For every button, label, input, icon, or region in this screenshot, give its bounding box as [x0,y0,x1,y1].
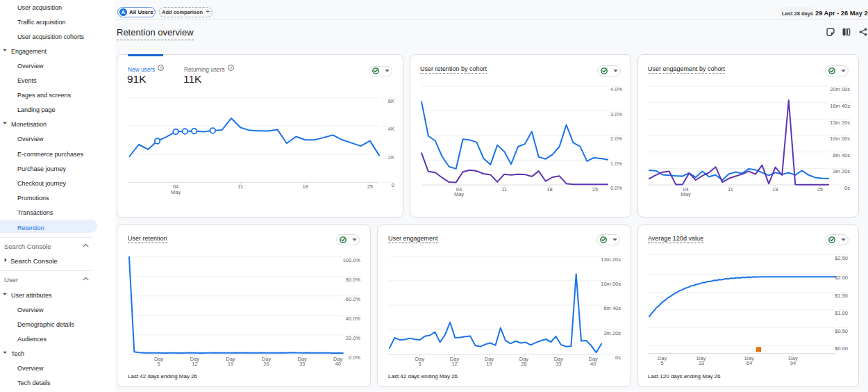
svg-text:0s: 0s [844,185,850,191]
svg-text:60.0%: 60.0% [346,296,361,302]
svg-text:10m 00s: 10m 00s [601,281,621,287]
svg-text:0.0%: 0.0% [349,354,360,361]
svg-text:5: 5 [660,360,663,366]
svg-text:May: May [171,189,181,195]
svg-text:33: 33 [699,360,704,366]
svg-text:13m 20s: 13m 20s [601,256,621,263]
svg-text:3m 20s: 3m 20s [833,168,850,174]
svg-text:3m 20s: 3m 20s [603,330,621,336]
svg-text:40: 40 [335,361,341,367]
svg-text:13m 20s: 13m 20s [830,120,850,126]
svg-text:11: 11 [728,186,733,193]
svg-text:64: 64 [746,360,752,366]
svg-text:100.0%: 100.0% [343,257,361,263]
svg-text:33: 33 [556,361,561,367]
svg-text:$0.50: $0.50 [835,328,848,334]
svg-text:0: 0 [392,182,394,188]
svg-text:$0.00: $0.00 [835,345,848,352]
svg-text:26: 26 [263,361,269,367]
svg-text:25: 25 [592,186,598,193]
svg-text:26: 26 [521,361,526,367]
svg-text:11: 11 [237,183,243,190]
svg-text:5: 5 [158,361,160,367]
svg-text:18: 18 [302,183,308,190]
svg-text:May: May [454,191,464,197]
svg-text:2.0%: 2.0% [610,136,622,142]
svg-text:1.0%: 1.0% [610,161,622,167]
svg-text:0.0%: 0.0% [610,185,622,191]
svg-text:6K: 6K [388,98,394,104]
svg-text:4.0%: 4.0% [610,86,622,92]
svg-text:18: 18 [772,186,778,193]
svg-text:19: 19 [228,361,233,367]
svg-text:20.0%: 20.0% [346,335,361,341]
svg-text:19: 19 [486,361,492,367]
svg-text:0s: 0s [615,354,621,361]
svg-text:40.0%: 40.0% [346,316,361,322]
svg-text:94: 94 [790,360,796,366]
svg-text:16m 40s: 16m 40s [830,103,850,109]
svg-text:80.0%: 80.0% [346,277,361,283]
svg-text:4K: 4K [388,126,394,132]
svg-text:3.0%: 3.0% [610,111,622,117]
svg-text:May: May [681,191,691,197]
svg-text:33: 33 [299,361,305,367]
svg-text:5: 5 [418,361,421,367]
svg-text:6m 40s: 6m 40s [603,305,621,311]
svg-text:25: 25 [367,183,373,190]
svg-text:25: 25 [817,186,823,193]
svg-text:$2.00: $2.00 [835,275,848,281]
svg-text:$1.00: $1.00 [835,310,848,316]
svg-text:11: 11 [501,186,507,193]
svg-text:$1.50: $1.50 [835,293,848,299]
svg-text:12: 12 [192,361,197,367]
svg-text:10m 00s: 10m 00s [830,136,850,142]
svg-text:20m 00s: 20m 00s [830,86,850,92]
svg-text:40: 40 [590,361,596,367]
svg-text:18: 18 [546,186,552,193]
svg-text:6m 40s: 6m 40s [833,152,850,158]
svg-text:12: 12 [451,361,457,367]
svg-text:2K: 2K [388,154,394,161]
svg-text:$2.50: $2.50 [835,255,848,261]
